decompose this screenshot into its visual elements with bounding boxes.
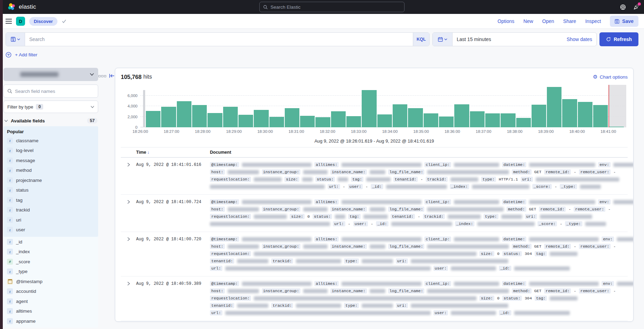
field-item-agent[interactable]: tagent (3, 296, 98, 306)
histogram-bar-18:33:00[interactable] (362, 90, 376, 127)
save-button[interactable]: Save (610, 16, 638, 27)
filter-icon[interactable] (6, 52, 11, 58)
available-fields-header[interactable]: Available fields 57 (4, 118, 97, 123)
index-pattern-selector[interactable] (3, 68, 98, 81)
doc-field-label: trackid: (271, 303, 293, 308)
histogram-bar-18:36:30[interactable] (470, 111, 485, 128)
histogram-bar-18:40:30[interactable] (593, 105, 608, 127)
news-feed-icon[interactable] (633, 4, 639, 10)
histogram-bar-18:31:30[interactable] (315, 117, 330, 127)
histogram-bar-18:37:30[interactable] (501, 113, 515, 127)
field-item-_type[interactable]: t_type (3, 267, 98, 277)
histogram-bar-18:34:00[interactable] (393, 104, 407, 127)
field-item-method[interactable]: tmethod (3, 166, 98, 176)
saved-query-menu-button[interactable] (6, 33, 25, 46)
histogram-bar-18:38:00[interactable] (516, 118, 531, 127)
histogram-bar-18:39:30[interactable] (562, 99, 577, 127)
histogram-bar-18:39:00[interactable] (547, 87, 561, 127)
show-dates-button[interactable]: Show dates (563, 33, 596, 46)
histogram-bar-18:29:30[interactable] (254, 110, 268, 127)
time-range-value[interactable]: Last 15 minutes (453, 33, 563, 46)
space-avatar[interactable]: D (16, 17, 25, 26)
field-item-projectname[interactable]: tprojectname (3, 175, 98, 185)
refresh-button[interactable]: Refresh (599, 32, 638, 46)
share-link[interactable]: Share (563, 18, 576, 24)
field-item-_id[interactable]: t_id (3, 237, 98, 247)
redacted-value (242, 237, 312, 241)
histogram-bar-18:33:30[interactable] (377, 114, 392, 127)
doc-field-label: status: (502, 251, 522, 256)
field-item-_score[interactable]: #_score (3, 257, 98, 267)
field-item-log-level[interactable]: tlog-level (3, 146, 98, 156)
redacted-value (366, 177, 391, 182)
histogram-bar-18:36:00[interactable] (454, 104, 469, 127)
field-item-classname[interactable]: tclassname (3, 136, 98, 146)
histogram-bar-18:26:00[interactable] (146, 111, 160, 127)
chart-options-button[interactable]: ⚙ Chart options (593, 74, 628, 80)
x-axis-label: 18:26:00 (133, 129, 148, 134)
histogram-bar-18:27:30[interactable] (192, 105, 207, 127)
histogram-bar-18:35:00[interactable] (424, 113, 438, 127)
kql-language-button[interactable]: KQL (413, 33, 429, 46)
redacted-value (242, 200, 312, 204)
time-column-header[interactable]: Time↓ (136, 150, 210, 155)
field-item-_index[interactable]: t_index (3, 247, 98, 257)
field-item-tag[interactable]: ttag (3, 195, 98, 205)
text-field-icon: t (7, 207, 13, 213)
histogram-bar-18:32:00[interactable] (331, 111, 346, 128)
field-list-options-icon[interactable] (99, 75, 106, 77)
histogram-bar-18:30:00[interactable] (269, 117, 284, 128)
sort-desc-icon[interactable]: ↓ (147, 150, 149, 155)
histogram-bar-18:31:00[interactable] (300, 116, 315, 127)
field-item-uri[interactable]: turi (3, 215, 98, 225)
field-item-trackid[interactable]: ttrackid (3, 205, 98, 215)
open-link[interactable]: Open (542, 18, 554, 24)
field-item-message[interactable]: tmessage (3, 155, 98, 166)
filter-bar: + Add filter (0, 46, 644, 59)
histogram-bar-18:28:30[interactable] (223, 107, 238, 127)
options-link[interactable]: Options (497, 18, 514, 24)
redacted-value (472, 185, 529, 189)
expand-row-icon[interactable] (121, 235, 136, 272)
kql-query-input[interactable]: Search (25, 33, 413, 46)
histogram-chart: 02,0004,0006,000 (121, 85, 628, 127)
elastic-brand[interactable]: elastic (8, 3, 36, 11)
histogram-bar-18:35:30[interactable] (439, 117, 454, 127)
field-item-user[interactable]: tuser (3, 225, 98, 235)
collapse-sidebar-icon[interactable] (109, 73, 115, 78)
histogram-bar-18:37:00[interactable] (485, 113, 500, 127)
redacted-value (451, 266, 496, 271)
field-search-input[interactable]: Search field names (3, 85, 98, 98)
saved-search-check-icon[interactable] (62, 19, 66, 23)
field-item-appname[interactable]: tappname (3, 316, 98, 326)
new-link[interactable]: New (524, 18, 533, 24)
field-item-alltimes[interactable]: talltimes (3, 306, 98, 316)
histogram-bar-18:32:30[interactable] (346, 116, 361, 127)
histogram-bar-18:28:00[interactable] (207, 113, 222, 127)
add-filter-button[interactable]: + Add filter (15, 52, 37, 57)
expand-row-icon[interactable] (121, 198, 136, 227)
brand-name: elastic (19, 3, 36, 10)
histogram-bar-18:27:00[interactable] (177, 101, 191, 127)
expand-row-icon[interactable] (121, 280, 136, 316)
histogram-bar-18:34:30[interactable] (408, 108, 423, 127)
field-item-status[interactable]: tstatus (3, 185, 98, 195)
expand-row-icon[interactable] (121, 161, 136, 190)
field-list: Popular tclassnametlog-leveltmessagetmet… (3, 126, 98, 328)
doc-field-label: url: (210, 310, 222, 315)
histogram-bar-18:38:30[interactable] (532, 105, 546, 127)
global-search-input[interactable]: Search Elastic (259, 2, 405, 12)
histogram-bar-18:29:00[interactable] (238, 115, 253, 127)
field-item-@timestamp[interactable]: @timestamp (3, 276, 98, 287)
breadcrumb-discover[interactable]: Discover (29, 17, 57, 26)
filter-by-type-button[interactable]: Filter by type 0 (3, 101, 98, 113)
help-icon[interactable] (620, 4, 626, 10)
date-quick-menu-button[interactable] (433, 33, 453, 46)
field-item-accountid[interactable]: taccountid (3, 287, 98, 297)
doc-field-label: type: (484, 214, 498, 219)
inspect-link[interactable]: Inspect (585, 18, 601, 24)
histogram-bar-18:30:30[interactable] (285, 108, 299, 127)
histogram-bar-18:26:30[interactable] (161, 107, 176, 127)
menu-icon[interactable] (6, 19, 12, 24)
histogram-bar-18:40:00[interactable] (578, 102, 592, 127)
